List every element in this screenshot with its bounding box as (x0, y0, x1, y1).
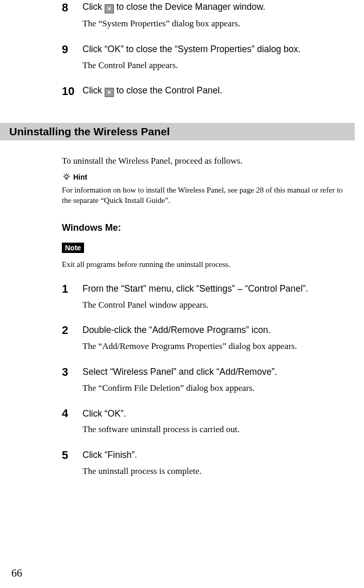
svg-line-5 (69, 174, 69, 174)
step-head: 3 Select “Wireless Panel” and click “Add… (62, 366, 350, 378)
step-10: 10 Click × to close the Control Panel. (62, 85, 350, 97)
step-title-after: to close the Device Manager window. (114, 2, 266, 12)
step-number: 2 (62, 325, 75, 336)
step-head: 10 Click × to close the Control Panel. (62, 85, 350, 97)
step-2: 2 Double-click the “Add/Remove Programs”… (62, 324, 350, 353)
step-title: Select “Wireless Panel” and click “Add/R… (82, 366, 277, 378)
step-body: The “Add/Remove Programs Properties” dia… (82, 340, 350, 353)
step-body: The Control Panel window appears. (82, 299, 350, 311)
step-head: 8 Click × to close the Device Manager wi… (62, 1, 350, 13)
hint-label: Hint (73, 173, 87, 181)
hint-icon (62, 172, 71, 182)
step-head: 1 From the “Start” menu, click “Settings… (62, 283, 350, 295)
step-9: 9 Click “OK” to close the “System Proper… (62, 43, 350, 72)
step-title: Double-click the “Add/Remove Programs” i… (82, 324, 271, 336)
step-title: Click × to close the Control Panel. (82, 85, 222, 97)
step-head: 5 Click “Finish”. (62, 449, 350, 461)
step-5: 5 Click “Finish”. The uninstall process … (62, 449, 350, 478)
step-body: The “System Properties” dialog box appea… (82, 18, 350, 30)
content-area: 8 Click × to close the Device Manager wi… (0, 1, 355, 97)
intro-paragraph: To uninstall the Wireless Panel, proceed… (62, 155, 350, 167)
step-3: 3 Select “Wireless Panel” and click “Add… (62, 366, 350, 394)
step-number: 1 (62, 283, 75, 295)
step-number: 3 (62, 367, 75, 378)
close-icon: × (105, 88, 114, 97)
step-number: 8 (62, 2, 75, 13)
step-number: 4 (62, 408, 75, 419)
svg-point-0 (65, 175, 68, 178)
step-body: The Control Panel appears. (82, 59, 350, 72)
step-body: The software uninstall process is carrie… (82, 423, 350, 436)
step-number: 5 (62, 450, 75, 461)
step-title-before: Click (82, 85, 105, 96)
step-title-after: to close the Control Panel. (114, 85, 222, 96)
page-number: 66 (11, 567, 22, 580)
step-title: Click “OK” to close the “System Properti… (82, 43, 301, 55)
step-head: 9 Click “OK” to close the “System Proper… (62, 43, 350, 55)
page: 8 Click × to close the Device Manager wi… (0, 1, 364, 588)
step-body: The “Confirm File Deletion” dialog box a… (82, 382, 350, 394)
svg-line-4 (64, 174, 64, 174)
hint-row: Hint (62, 172, 350, 182)
step-title: Click × to close the Device Manager wind… (82, 1, 266, 13)
step-4: 4 Click “OK”. The software uninstall pro… (62, 408, 350, 436)
step-title: Click “Finish”. (82, 449, 137, 461)
subheading-windows-me: Windows Me: (62, 223, 350, 233)
content-area-2: To uninstall the Wireless Panel, proceed… (0, 155, 355, 477)
step-number: 9 (62, 44, 75, 55)
step-title: From the “Start” menu, click “Settings” … (82, 283, 308, 295)
step-8: 8 Click × to close the Device Manager wi… (62, 1, 350, 30)
step-title: Click “OK”. (82, 408, 126, 420)
close-icon: × (105, 4, 114, 13)
step-head: 2 Double-click the “Add/Remove Programs”… (62, 324, 350, 336)
hint-text: For information on how to install the Wi… (62, 185, 350, 206)
step-1: 1 From the “Start” menu, click “Settings… (62, 283, 350, 311)
section-header: Uninstalling the Wireless Panel (0, 123, 355, 140)
step-head: 4 Click “OK”. (62, 408, 350, 420)
note-label: Note (62, 243, 84, 253)
step-title-before: Click (82, 2, 105, 12)
step-body: The uninstall process is complete. (82, 465, 350, 478)
step-number: 10 (62, 86, 75, 97)
note-text: Exit all programs before running the uni… (62, 259, 350, 269)
